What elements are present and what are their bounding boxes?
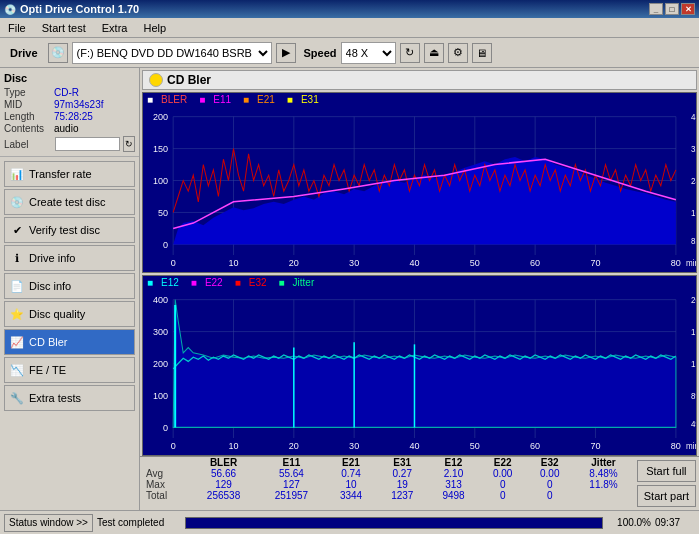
- svg-text:48X: 48X: [691, 113, 696, 122]
- total-bler: 256538: [190, 490, 258, 501]
- svg-text:24X: 24X: [691, 177, 696, 186]
- disc-label-input[interactable]: [55, 137, 120, 151]
- nav-cd-bler[interactable]: 📈 CD Bler: [4, 329, 135, 355]
- speed-label: Speed: [304, 47, 337, 59]
- svg-text:0: 0: [171, 257, 176, 267]
- drive-select[interactable]: (F:) BENQ DVD DD DW1640 BSRB: [72, 42, 272, 64]
- svg-text:100: 100: [153, 390, 168, 400]
- refresh-icon[interactable]: ↻: [400, 43, 420, 63]
- start-part-button[interactable]: Start part: [637, 485, 696, 507]
- nav-fe-te[interactable]: 📉 FE / TE: [4, 357, 135, 383]
- max-bler: 129: [190, 479, 258, 490]
- svg-text:10: 10: [228, 440, 238, 450]
- svg-text:70: 70: [590, 440, 600, 450]
- col-e31: E31: [377, 457, 428, 468]
- disc-mid-key: MID: [4, 99, 52, 110]
- status-bar: Status window >> Test completed 100.0% 0…: [0, 510, 699, 534]
- svg-text:40: 40: [409, 257, 419, 267]
- charts-area: ■ BLER ■ E11 ■ E21 ■ E31: [140, 92, 699, 456]
- avg-e21: 0.74: [325, 468, 376, 479]
- avg-e22: 0.00: [479, 468, 526, 479]
- svg-text:50: 50: [158, 207, 168, 217]
- legend-e22: E22: [205, 277, 223, 288]
- svg-text:12%: 12%: [691, 360, 696, 369]
- start-full-button[interactable]: Start full: [637, 460, 696, 482]
- svg-text:20%: 20%: [691, 296, 696, 305]
- legend-e31: E31: [301, 94, 319, 105]
- drive-info-icon: ℹ: [9, 250, 25, 266]
- svg-text:40: 40: [409, 440, 419, 450]
- svg-text:0: 0: [163, 422, 168, 432]
- chart2-legend: ■ E12 ■ E22 ■ E32 ■ Jitter: [143, 276, 696, 289]
- disc-type-row: Type CD-R: [4, 87, 135, 98]
- disc-mid-row: MID 97m34s23f: [4, 99, 135, 110]
- settings-icon[interactable]: ⚙: [448, 43, 468, 63]
- minimize-button[interactable]: _: [649, 3, 663, 15]
- disc-refresh-button[interactable]: ↻: [123, 136, 135, 152]
- title-bar-left: 💿 Opti Drive Control 1.70: [4, 3, 139, 15]
- svg-text:300: 300: [153, 327, 168, 337]
- create-test-icon: 💿: [9, 194, 25, 210]
- disc-header: Disc: [4, 72, 135, 84]
- verify-test-icon: ✔: [9, 222, 25, 238]
- app-title: Opti Drive Control 1.70: [20, 3, 139, 15]
- chart2-svg: 400 300 200 100 0 20% 16% 12% 8% 4% 0 10…: [143, 289, 696, 454]
- disc-contents-key: Contents: [4, 123, 52, 134]
- menu-file[interactable]: File: [4, 21, 30, 35]
- progress-bar-fill: [186, 518, 602, 528]
- drive-bar: Drive 💿 (F:) BENQ DVD DD DW1640 BSRB ▶ S…: [0, 38, 699, 68]
- eject-icon[interactable]: ⏏: [424, 43, 444, 63]
- menu-start-test[interactable]: Start test: [38, 21, 90, 35]
- close-button[interactable]: ✕: [681, 3, 695, 15]
- nav-extra-tests[interactable]: 🔧 Extra tests: [4, 385, 135, 411]
- menu-help[interactable]: Help: [139, 21, 170, 35]
- svg-text:8%: 8%: [691, 391, 696, 400]
- info-icon[interactable]: 🖥: [472, 43, 492, 63]
- total-jitter: [573, 490, 633, 501]
- btn-wrap: Start full Start part: [634, 457, 699, 510]
- svg-text:150: 150: [153, 144, 168, 154]
- title-bar-controls[interactable]: _ □ ✕: [649, 3, 695, 15]
- chart1-legend: ■ BLER ■ E11 ■ E21 ■ E31: [143, 93, 696, 106]
- nav-verify-test-disc[interactable]: ✔ Verify test disc: [4, 217, 135, 243]
- cd-bler-icon: 📈: [9, 334, 25, 350]
- svg-text:32X: 32X: [691, 145, 696, 154]
- svg-text:20: 20: [289, 440, 299, 450]
- max-e21: 10: [325, 479, 376, 490]
- speed-select[interactable]: 48 X: [341, 42, 396, 64]
- svg-text:0: 0: [163, 239, 168, 249]
- max-e12: 313: [428, 479, 479, 490]
- nav-transfer-rate[interactable]: 📊 Transfer rate: [4, 161, 135, 187]
- table-wrap: BLER E11 E21 E31 E12 E22 E32 Jitter Avg: [140, 457, 634, 510]
- cd-bler-disc-icon: [149, 73, 163, 87]
- svg-text:60: 60: [530, 257, 540, 267]
- drive-arrow-icon[interactable]: ▶: [276, 43, 296, 63]
- max-e22: 0: [479, 479, 526, 490]
- extra-tests-icon: 🔧: [9, 390, 25, 406]
- col-e22: E22: [479, 457, 526, 468]
- svg-text:min: min: [686, 441, 696, 450]
- max-e11: 127: [257, 479, 325, 490]
- avg-e31: 0.27: [377, 468, 428, 479]
- status-window-button[interactable]: Status window >>: [4, 514, 93, 532]
- avg-e32: 0.00: [526, 468, 573, 479]
- nav-buttons: 📊 Transfer rate 💿 Create test disc ✔ Ver…: [0, 157, 139, 510]
- col-jitter: Jitter: [573, 457, 633, 468]
- status-text: Test completed: [97, 517, 177, 528]
- nav-disc-quality[interactable]: ⭐ Disc quality: [4, 301, 135, 327]
- nav-disc-info[interactable]: 📄 Disc info: [4, 273, 135, 299]
- avg-label: Avg: [140, 468, 190, 479]
- svg-text:30: 30: [349, 440, 359, 450]
- nav-drive-info[interactable]: ℹ Drive info: [4, 245, 135, 271]
- disc-mid-val: 97m34s23f: [54, 99, 103, 110]
- legend-bler: BLER: [161, 94, 187, 105]
- left-panel: Disc Type CD-R MID 97m34s23f Length 75:2…: [0, 68, 140, 510]
- drive-icon: 💿: [48, 43, 68, 63]
- menu-extra[interactable]: Extra: [98, 21, 132, 35]
- legend-e12: E12: [161, 277, 179, 288]
- svg-text:200: 200: [153, 112, 168, 122]
- legend-jitter: Jitter: [293, 277, 315, 288]
- total-e12: 9498: [428, 490, 479, 501]
- maximize-button[interactable]: □: [665, 3, 679, 15]
- nav-create-test-disc[interactable]: 💿 Create test disc: [4, 189, 135, 215]
